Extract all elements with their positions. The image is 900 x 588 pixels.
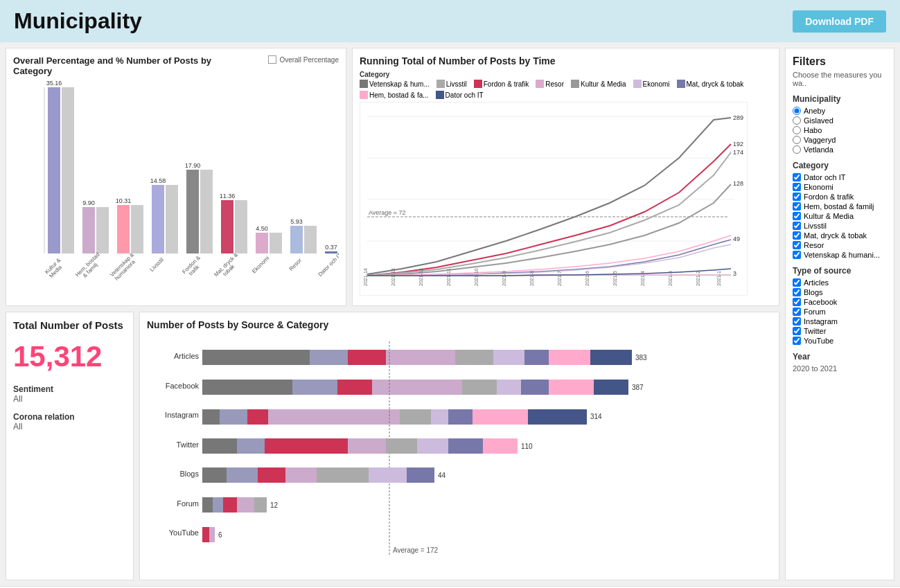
- total-posts-label: Total Number of Posts: [13, 319, 126, 332]
- bar-res-grey: [304, 226, 317, 253]
- source-bar-svg: Articles 383 Facebook: [147, 335, 750, 570]
- overall-chart-title: Overall Percentage and % Number of Posts…: [13, 55, 221, 76]
- municipality-aneby-label: Aneby: [804, 107, 825, 115]
- municipality-vetlanda-label: Vetlanda: [804, 145, 833, 154]
- category-legend-label: Category: [360, 71, 389, 78]
- municipality-habo[interactable]: Habo: [793, 126, 887, 134]
- cat-livsstil-cb[interactable]: [793, 222, 801, 230]
- filters-title: Filters: [793, 55, 887, 68]
- municipality-gislaved[interactable]: Gislaved: [793, 116, 887, 125]
- svg-text:Instagram: Instagram: [165, 411, 199, 419]
- year-value: 2020 to 2021: [793, 364, 887, 373]
- filters-subtitle: Choose the measures you wa..: [793, 71, 887, 87]
- cat-mat-cb[interactable]: [793, 231, 801, 240]
- svg-rect-115: [209, 527, 215, 542]
- svg-text:10.31: 10.31: [116, 197, 132, 204]
- src-twitter-cb[interactable]: [793, 327, 801, 335]
- svg-rect-69: [497, 380, 521, 395]
- svg-rect-66: [337, 380, 372, 395]
- municipality-aneby-radio[interactable]: [793, 107, 801, 115]
- svg-rect-72: [594, 380, 628, 395]
- svg-text:YouTube: YouTube: [169, 528, 199, 537]
- src-instagram-cb[interactable]: [793, 317, 801, 326]
- svg-rect-103: [369, 467, 407, 483]
- municipality-habo-radio[interactable]: [793, 126, 801, 134]
- svg-rect-53: [202, 350, 310, 365]
- svg-rect-93: [417, 438, 448, 454]
- municipality-vaggeryd[interactable]: Vaggeryd: [793, 136, 887, 144]
- municipality-section-title: Municipality: [793, 94, 887, 104]
- municipality-vetlanda-radio[interactable]: [793, 145, 801, 154]
- svg-rect-89: [265, 438, 289, 454]
- overall-bar-svg: 35.16 9.90 10.31 14.58 1: [13, 80, 339, 288]
- svg-rect-90: [289, 438, 348, 454]
- page-title: Municipality: [14, 8, 142, 34]
- svg-rect-61: [590, 350, 632, 365]
- svg-text:6: 6: [218, 531, 222, 539]
- download-button[interactable]: Download PDF: [793, 10, 886, 33]
- bar-kultur-purple: [48, 87, 60, 253]
- cat-fordon-cb[interactable]: [793, 193, 801, 201]
- svg-rect-77: [247, 409, 268, 425]
- bar-kultur-grey: [62, 87, 74, 253]
- municipality-gislaved-radio[interactable]: [793, 116, 801, 125]
- svg-text:0.37: 0.37: [325, 244, 337, 251]
- src-twitter-label: Twitter: [804, 327, 826, 335]
- bar-eko-grey: [270, 233, 282, 253]
- running-total-svg: Average = 72: [360, 102, 748, 296]
- svg-text:314: 314: [590, 413, 602, 420]
- svg-text:Dator och IT: Dator och IT: [317, 251, 339, 278]
- svg-rect-75: [202, 409, 220, 425]
- bar-hem-grey: [96, 207, 109, 253]
- src-youtube-cb[interactable]: [793, 337, 801, 345]
- municipality-vaggeryd-label: Vaggeryd: [804, 136, 836, 144]
- svg-text:Ekonomi: Ekonomi: [251, 255, 271, 275]
- svg-text:Blogs: Blogs: [179, 470, 199, 478]
- svg-text:17.90: 17.90: [185, 162, 201, 169]
- svg-rect-100: [258, 467, 285, 483]
- bar-mat-grey: [235, 200, 247, 253]
- bar-vet-grey: [131, 205, 143, 253]
- bar-liv-purple: [152, 185, 164, 253]
- year-section-title: Year: [793, 352, 887, 362]
- svg-rect-58: [493, 350, 524, 365]
- svg-text:128: 128: [733, 180, 743, 187]
- legend-icon: [268, 55, 276, 64]
- svg-text:2021-4: 2021-4: [640, 271, 645, 286]
- cat-dator-cb[interactable]: [793, 173, 801, 181]
- svg-rect-104: [407, 467, 434, 483]
- svg-rect-87: [202, 438, 237, 454]
- cat-kultur-cb[interactable]: [793, 212, 801, 220]
- svg-rect-71: [549, 380, 594, 395]
- bar-hem-purple: [82, 207, 95, 253]
- svg-rect-88: [237, 438, 265, 454]
- src-forum-cb[interactable]: [793, 308, 801, 316]
- svg-text:2021-6: 2021-6: [585, 271, 590, 286]
- svg-rect-79: [400, 409, 431, 425]
- svg-rect-92: [386, 438, 417, 454]
- svg-text:4.50: 4.50: [256, 225, 268, 232]
- cat-resor-cb[interactable]: [793, 241, 801, 249]
- svg-rect-56: [386, 350, 455, 365]
- src-blogs-cb[interactable]: [793, 288, 801, 296]
- municipality-vetlanda[interactable]: Vetlanda: [793, 145, 887, 154]
- svg-rect-54: [310, 350, 348, 365]
- cat-vetenskap-cb[interactable]: [793, 251, 801, 259]
- svg-text:49: 49: [733, 235, 740, 242]
- svg-text:2021-9: 2021-9: [502, 271, 506, 286]
- svg-text:2021-2: 2021-2: [696, 271, 700, 286]
- svg-rect-95: [483, 438, 518, 454]
- corona-label: Corona relation: [13, 412, 126, 422]
- src-facebook-cb[interactable]: [793, 298, 801, 306]
- svg-rect-70: [521, 380, 549, 395]
- header: Municipality Download PDF: [0, 0, 900, 42]
- svg-rect-91: [348, 438, 386, 454]
- cat-ekonomi-cb[interactable]: [793, 183, 801, 191]
- municipality-vaggeryd-radio[interactable]: [793, 136, 801, 144]
- municipality-aneby[interactable]: Aneby: [793, 107, 887, 115]
- running-total-chart: Running Total of Number of Posts by Time…: [352, 48, 779, 306]
- corona-value: All: [13, 422, 126, 431]
- src-articles-cb[interactable]: [793, 278, 801, 287]
- svg-text:3: 3: [733, 270, 736, 277]
- cat-hem-cb[interactable]: [793, 202, 801, 211]
